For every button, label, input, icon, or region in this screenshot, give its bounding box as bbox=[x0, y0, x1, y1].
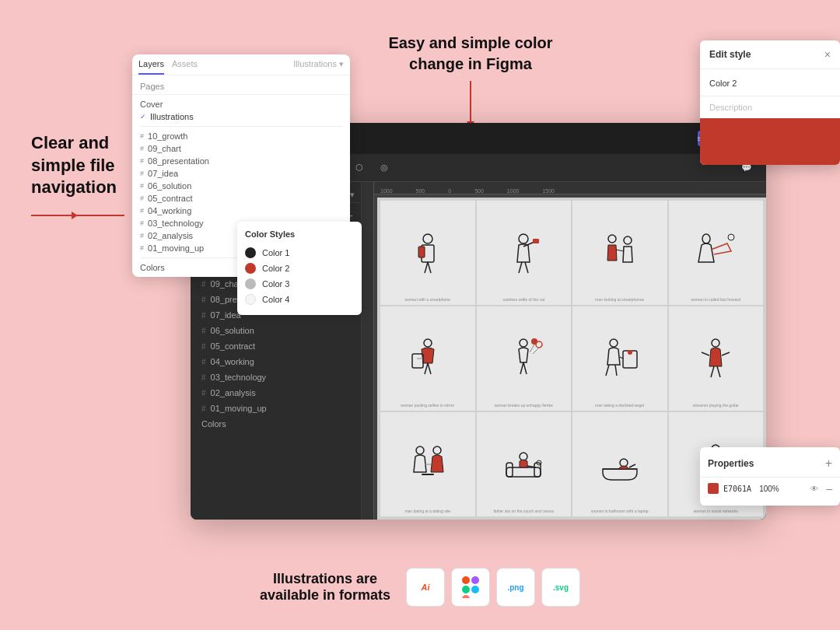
illus-cell-7: man taking a declined target bbox=[572, 306, 667, 411]
illus-label-12: woman in social networks bbox=[692, 507, 740, 515]
illus-svg-3 bbox=[597, 229, 643, 276]
illus-cell-3: man looking at smartphones bbox=[572, 201, 667, 305]
popup-color-swatch[interactable] bbox=[700, 118, 840, 165]
svg-point-12 bbox=[702, 234, 710, 243]
svg-point-37 bbox=[416, 446, 424, 454]
svg-rect-42 bbox=[506, 463, 513, 477]
svg-line-30 bbox=[606, 365, 609, 376]
svg-point-0 bbox=[423, 234, 432, 243]
svg-line-4 bbox=[428, 262, 431, 273]
lo-page-chart[interactable]: # 09_chart bbox=[140, 142, 342, 155]
svg-line-23 bbox=[533, 348, 539, 354]
color-style-item-2[interactable]: Color 2 bbox=[245, 261, 354, 276]
illus-figure-8 bbox=[669, 320, 764, 398]
svg-line-24 bbox=[520, 362, 523, 374]
hash-icon: # bbox=[201, 389, 206, 397]
svg-line-18 bbox=[428, 363, 431, 374]
page-item-solution[interactable]: # 06_solution bbox=[195, 323, 356, 338]
visibility-toggle-icon[interactable]: 👁 bbox=[810, 485, 818, 493]
svg-point-10 bbox=[624, 236, 632, 244]
hash-icon: # bbox=[201, 373, 206, 382]
svg-line-22 bbox=[530, 345, 534, 352]
color-style-label-1: Color 1 bbox=[262, 248, 289, 257]
layers-overlay-illustrations[interactable]: Illustrations ▾ bbox=[293, 59, 344, 75]
color-style-item-4[interactable]: Color 4 bbox=[245, 292, 354, 307]
svg-line-33 bbox=[702, 352, 709, 355]
page-item-technology[interactable]: # 03_technology bbox=[195, 369, 356, 385]
properties-header: Properties + bbox=[700, 453, 840, 478]
layers-overlay-tab-assets[interactable]: Assets bbox=[172, 59, 198, 75]
lo-page-cover[interactable]: Cover bbox=[140, 98, 342, 110]
lo-check-icon: ✓ bbox=[140, 113, 146, 121]
lo-page-presentation[interactable]: # 08_presentation bbox=[140, 155, 342, 167]
format-badge-figma[interactable] bbox=[451, 568, 490, 607]
illus-cell-1: woman with a smartphone bbox=[380, 201, 475, 305]
illus-label-9: man dating at a dating site bbox=[403, 507, 452, 515]
property-opacity-value: 100% bbox=[759, 485, 779, 493]
add-property-button[interactable]: + bbox=[825, 457, 832, 471]
hash-icon: # bbox=[201, 296, 206, 304]
svg-rect-2 bbox=[418, 247, 425, 257]
remove-property-button[interactable]: – bbox=[826, 482, 832, 495]
illus-label-3: man looking at smartphones bbox=[593, 296, 646, 303]
format-badges: Ai .png .svg bbox=[406, 568, 580, 607]
lo-divider bbox=[140, 126, 342, 127]
format-badge-png[interactable]: .png bbox=[496, 568, 535, 607]
lo-page-working[interactable]: # 04_working bbox=[140, 205, 342, 217]
svg-line-36 bbox=[717, 366, 720, 377]
svg-point-21 bbox=[536, 341, 542, 348]
svg-point-28 bbox=[628, 350, 632, 355]
page-item-moving[interactable]: # 01_moving_up bbox=[195, 401, 356, 416]
illus-label-7: man taking a declined target bbox=[593, 401, 646, 409]
page-name: 07_idea bbox=[211, 310, 241, 320]
page-item-analysis[interactable]: # 02_analysis bbox=[195, 385, 356, 401]
illus-cell-10: father sits on the couch and caress bbox=[477, 412, 572, 516]
svg-line-3 bbox=[425, 262, 428, 273]
layers-overlay-tab-layers[interactable]: Layers bbox=[138, 59, 164, 75]
illus-svg-11 bbox=[597, 441, 643, 488]
properties-title: Properties bbox=[708, 458, 754, 469]
illus-cell-11: women in bathroom with a laptop bbox=[572, 412, 667, 516]
tool-component[interactable]: ⬡ bbox=[349, 158, 369, 178]
left-label: Clear and simple file navigation bbox=[31, 132, 140, 216]
illus-label-10: father sits on the couch and caress bbox=[492, 507, 555, 515]
format-badge-ai[interactable]: Ai bbox=[406, 568, 445, 607]
color-style-item-1[interactable]: Color 1 bbox=[245, 245, 354, 261]
arrow-right-indicator bbox=[31, 215, 140, 216]
color-style-dot-4 bbox=[245, 294, 256, 305]
popup-color-name-field[interactable]: Color 2 bbox=[700, 69, 840, 96]
ruler-tick: 1500 bbox=[542, 188, 555, 194]
format-badge-svg[interactable]: .svg bbox=[541, 568, 580, 607]
popup-close-button[interactable]: × bbox=[824, 48, 831, 61]
illus-figure-3 bbox=[572, 214, 667, 292]
lo-page-idea[interactable]: # 07_idea bbox=[140, 167, 342, 180]
svg-line-34 bbox=[722, 352, 730, 355]
illus-label-2: careless selfie of the cat bbox=[501, 296, 546, 303]
lo-page-illustrations[interactable]: ✓ Illustrations bbox=[140, 110, 342, 123]
illus-figure-9 bbox=[380, 425, 475, 504]
page-item-colors[interactable]: Colors bbox=[195, 416, 356, 432]
lo-page-solution[interactable]: # 06_solution bbox=[140, 180, 342, 192]
left-label-text: Clear and simple file navigation bbox=[31, 132, 140, 199]
svg-point-5 bbox=[519, 234, 528, 243]
popup-description-field[interactable]: Description bbox=[700, 96, 840, 118]
svg-line-25 bbox=[523, 362, 527, 374]
svg-line-8 bbox=[525, 262, 528, 273]
page-item-working[interactable]: # 04_working bbox=[195, 354, 356, 369]
property-color-row[interactable]: E7061A 100% 👁 – bbox=[700, 478, 840, 499]
top-arrow-down-icon bbox=[470, 81, 471, 128]
illus-figure-6 bbox=[477, 320, 572, 398]
svg-point-19 bbox=[520, 339, 527, 347]
illus-label-5: woman posting selfies in mirror bbox=[399, 401, 456, 409]
lo-page-growth[interactable]: # 10_growth bbox=[140, 130, 342, 142]
top-label: Easy and simple color change in Figma bbox=[381, 33, 560, 128]
svg-rect-40 bbox=[422, 474, 434, 475]
illus-svg-2 bbox=[500, 229, 547, 276]
illus-label-6: woman breaks up unhappy femke bbox=[493, 401, 555, 409]
color-style-item-3[interactable]: Color 3 bbox=[245, 276, 354, 292]
page-name: Colors bbox=[201, 419, 226, 429]
page-item-contract[interactable]: # 05_contract bbox=[195, 338, 356, 354]
lo-page-contract[interactable]: # 05_contract bbox=[140, 192, 342, 205]
tool-hand[interactable]: ◎ bbox=[374, 158, 394, 178]
hash-icon: # bbox=[201, 404, 206, 413]
